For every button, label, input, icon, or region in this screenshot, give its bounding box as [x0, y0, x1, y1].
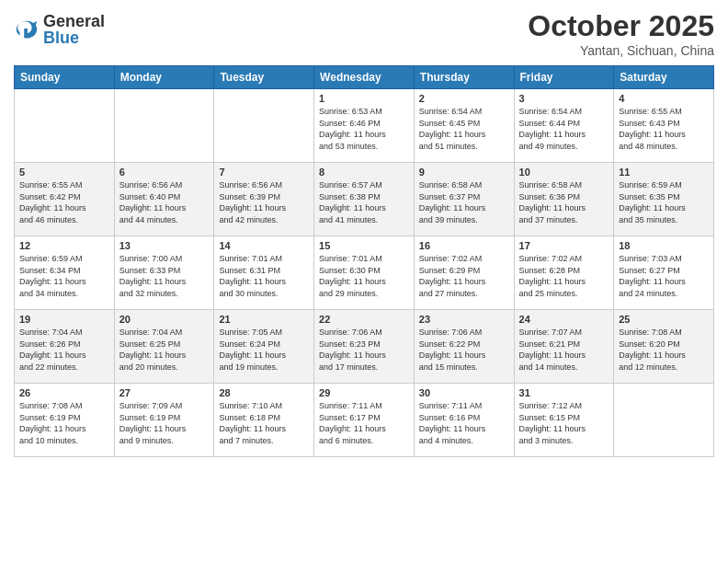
day-number: 14 [219, 240, 309, 251]
calendar-week-row: 12Sunrise: 6:59 AM Sunset: 6:34 PM Dayli… [15, 236, 714, 310]
day-number: 15 [319, 240, 409, 251]
day-number: 16 [419, 240, 509, 251]
day-info: Sunrise: 6:53 AM Sunset: 6:46 PM Dayligh… [319, 107, 386, 151]
day-info: Sunrise: 7:04 AM Sunset: 6:26 PM Dayligh… [19, 327, 86, 372]
col-sunday: Sunday [15, 66, 115, 89]
day-info: Sunrise: 7:09 AM Sunset: 6:19 PM Dayligh… [119, 401, 187, 445]
calendar-week-row: 26Sunrise: 7:08 AM Sunset: 6:19 PM Dayli… [15, 384, 714, 457]
logo-text: General Blue [43, 13, 105, 46]
table-row: 16Sunrise: 7:02 AM Sunset: 6:29 PM Dayli… [414, 236, 514, 310]
col-friday: Friday [514, 66, 614, 89]
day-info: Sunrise: 7:11 AM Sunset: 6:16 PM Dayligh… [419, 401, 486, 445]
day-info: Sunrise: 7:02 AM Sunset: 6:29 PM Dayligh… [419, 254, 486, 298]
day-info: Sunrise: 6:58 AM Sunset: 6:36 PM Dayligh… [519, 180, 586, 224]
day-number: 23 [419, 314, 509, 325]
col-tuesday: Tuesday [214, 66, 314, 89]
day-number: 10 [519, 167, 609, 178]
table-row: 27Sunrise: 7:09 AM Sunset: 6:19 PM Dayli… [114, 384, 214, 457]
day-number: 11 [619, 167, 709, 178]
day-number: 18 [619, 240, 709, 251]
calendar-table: Sunday Monday Tuesday Wednesday Thursday… [14, 65, 714, 457]
table-row: 22Sunrise: 7:06 AM Sunset: 6:23 PM Dayli… [314, 310, 415, 384]
day-number: 29 [319, 387, 409, 398]
day-number: 7 [219, 167, 309, 178]
calendar-week-row: 5Sunrise: 6:55 AM Sunset: 6:42 PM Daylig… [15, 163, 714, 236]
day-number: 4 [619, 93, 709, 104]
day-info: Sunrise: 6:57 AM Sunset: 6:38 PM Dayligh… [319, 180, 386, 224]
day-info: Sunrise: 7:04 AM Sunset: 6:25 PM Dayligh… [119, 327, 187, 372]
day-info: Sunrise: 6:56 AM Sunset: 6:40 PM Dayligh… [119, 180, 187, 224]
day-info: Sunrise: 6:59 AM Sunset: 6:35 PM Dayligh… [619, 180, 686, 224]
day-number: 20 [119, 314, 210, 325]
table-row: 14Sunrise: 7:01 AM Sunset: 6:31 PM Dayli… [214, 236, 314, 310]
table-row: 2Sunrise: 6:54 AM Sunset: 6:45 PM Daylig… [414, 89, 514, 163]
table-row: 17Sunrise: 7:02 AM Sunset: 6:28 PM Dayli… [514, 236, 614, 310]
day-number: 21 [219, 314, 309, 325]
day-info: Sunrise: 6:55 AM Sunset: 6:43 PM Dayligh… [619, 107, 686, 151]
table-row: 9Sunrise: 6:58 AM Sunset: 6:37 PM Daylig… [414, 163, 514, 236]
day-number: 5 [19, 167, 109, 178]
day-number: 9 [419, 167, 509, 178]
calendar-header-row: Sunday Monday Tuesday Wednesday Thursday… [15, 66, 714, 89]
location: Yantan, Sichuan, China [528, 43, 714, 58]
table-row: 19Sunrise: 7:04 AM Sunset: 6:26 PM Dayli… [15, 310, 115, 384]
day-number: 17 [519, 240, 609, 251]
col-wednesday: Wednesday [314, 66, 415, 89]
table-row: 24Sunrise: 7:07 AM Sunset: 6:21 PM Dayli… [514, 310, 614, 384]
day-number: 27 [119, 387, 210, 398]
table-row: 13Sunrise: 7:00 AM Sunset: 6:33 PM Dayli… [114, 236, 214, 310]
day-info: Sunrise: 7:11 AM Sunset: 6:17 PM Dayligh… [319, 401, 386, 445]
day-number: 30 [419, 387, 509, 398]
day-number: 25 [619, 314, 709, 325]
day-number: 2 [419, 93, 509, 104]
table-row: 3Sunrise: 6:54 AM Sunset: 6:44 PM Daylig… [514, 89, 614, 163]
table-row: 8Sunrise: 6:57 AM Sunset: 6:38 PM Daylig… [314, 163, 415, 236]
day-number: 3 [519, 93, 609, 104]
title-block: October 2025 Yantan, Sichuan, China [528, 9, 714, 58]
table-row: 12Sunrise: 6:59 AM Sunset: 6:34 PM Dayli… [15, 236, 115, 310]
table-row: 20Sunrise: 7:04 AM Sunset: 6:25 PM Dayli… [114, 310, 214, 384]
day-info: Sunrise: 7:00 AM Sunset: 6:33 PM Dayligh… [119, 254, 187, 298]
day-number: 28 [219, 387, 309, 398]
logo-blue-text: Blue [43, 29, 105, 46]
table-row [15, 89, 115, 163]
table-row [114, 89, 214, 163]
table-row: 6Sunrise: 6:56 AM Sunset: 6:40 PM Daylig… [114, 163, 214, 236]
table-row: 31Sunrise: 7:12 AM Sunset: 6:15 PM Dayli… [514, 384, 614, 457]
table-row: 7Sunrise: 6:56 AM Sunset: 6:39 PM Daylig… [214, 163, 314, 236]
table-row: 21Sunrise: 7:05 AM Sunset: 6:24 PM Dayli… [214, 310, 314, 384]
day-number: 24 [519, 314, 609, 325]
table-row: 1Sunrise: 6:53 AM Sunset: 6:46 PM Daylig… [314, 89, 415, 163]
day-info: Sunrise: 7:08 AM Sunset: 6:20 PM Dayligh… [619, 327, 686, 372]
day-info: Sunrise: 6:58 AM Sunset: 6:37 PM Dayligh… [419, 180, 486, 224]
table-row: 30Sunrise: 7:11 AM Sunset: 6:16 PM Dayli… [414, 384, 514, 457]
calendar-week-row: 1Sunrise: 6:53 AM Sunset: 6:46 PM Daylig… [15, 89, 714, 163]
header: General Blue October 2025 Yantan, Sichua… [14, 9, 714, 58]
day-info: Sunrise: 7:12 AM Sunset: 6:15 PM Dayligh… [519, 401, 586, 445]
table-row: 11Sunrise: 6:59 AM Sunset: 6:35 PM Dayli… [614, 163, 714, 236]
day-number: 31 [519, 387, 609, 398]
day-info: Sunrise: 7:05 AM Sunset: 6:24 PM Dayligh… [219, 327, 286, 372]
table-row: 26Sunrise: 7:08 AM Sunset: 6:19 PM Dayli… [15, 384, 115, 457]
calendar-week-row: 19Sunrise: 7:04 AM Sunset: 6:26 PM Dayli… [15, 310, 714, 384]
day-info: Sunrise: 6:54 AM Sunset: 6:45 PM Dayligh… [419, 107, 486, 151]
col-monday: Monday [114, 66, 214, 89]
table-row: 5Sunrise: 6:55 AM Sunset: 6:42 PM Daylig… [15, 163, 115, 236]
day-info: Sunrise: 7:01 AM Sunset: 6:30 PM Dayligh… [319, 254, 386, 298]
day-info: Sunrise: 6:59 AM Sunset: 6:34 PM Dayligh… [19, 254, 86, 298]
month-title: October 2025 [528, 9, 714, 43]
day-info: Sunrise: 7:10 AM Sunset: 6:18 PM Dayligh… [219, 401, 286, 445]
table-row: 25Sunrise: 7:08 AM Sunset: 6:20 PM Dayli… [614, 310, 714, 384]
day-number: 19 [19, 314, 109, 325]
page: General Blue October 2025 Yantan, Sichua… [0, 0, 728, 563]
day-number: 13 [119, 240, 210, 251]
day-number: 22 [319, 314, 409, 325]
table-row: 18Sunrise: 7:03 AM Sunset: 6:27 PM Dayli… [614, 236, 714, 310]
table-row: 23Sunrise: 7:06 AM Sunset: 6:22 PM Dayli… [414, 310, 514, 384]
logo-icon [14, 17, 40, 42]
table-row: 28Sunrise: 7:10 AM Sunset: 6:18 PM Dayli… [214, 384, 314, 457]
table-row [214, 89, 314, 163]
day-info: Sunrise: 7:02 AM Sunset: 6:28 PM Dayligh… [519, 254, 586, 298]
day-number: 26 [19, 387, 109, 398]
table-row: 29Sunrise: 7:11 AM Sunset: 6:17 PM Dayli… [314, 384, 415, 457]
